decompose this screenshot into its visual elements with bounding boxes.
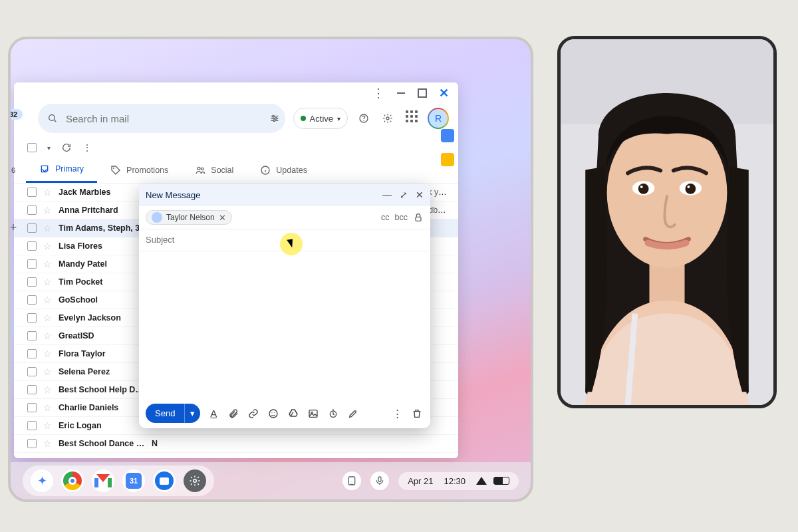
settings-gear-icon[interactable] xyxy=(380,110,396,126)
tab-promotions[interactable]: Promotions xyxy=(97,157,182,183)
star-icon[interactable]: ☆ xyxy=(43,295,52,305)
svg-point-18 xyxy=(269,410,277,418)
email-sender: Mandy Patel xyxy=(59,259,145,269)
window-maximize-icon[interactable] xyxy=(418,88,427,98)
shelf-phone-hub-icon[interactable] xyxy=(342,471,361,490)
presenter-webcam xyxy=(557,36,777,408)
shelf-status-area[interactable]: Apr 21 12:30 xyxy=(398,472,519,490)
star-icon[interactable]: ☆ xyxy=(43,223,52,233)
search-options-icon[interactable] xyxy=(269,113,280,124)
tab-updates[interactable]: Updates xyxy=(247,157,321,183)
search-input[interactable] xyxy=(66,113,261,124)
insert-drive-icon[interactable] xyxy=(287,407,300,420)
send-options-caret-icon[interactable]: ▾ xyxy=(184,404,200,423)
star-icon[interactable]: ☆ xyxy=(43,277,52,287)
confidential-mode-icon[interactable] xyxy=(327,407,340,420)
discard-draft-icon[interactable] xyxy=(410,407,424,420)
row-checkbox[interactable] xyxy=(27,241,37,251)
window-close-icon[interactable]: ✕ xyxy=(439,86,449,100)
avatar-initial: R xyxy=(429,109,448,128)
tab-social[interactable]: Social xyxy=(182,157,247,183)
row-checkbox[interactable] xyxy=(27,367,37,376)
refresh-icon[interactable] xyxy=(61,142,72,153)
inbox-icon xyxy=(39,164,50,174)
email-row[interactable]: ☆Best School Dance TroupeN xyxy=(14,435,458,453)
insert-photo-icon[interactable] xyxy=(307,407,320,420)
rail-plus-icon[interactable]: + xyxy=(10,221,17,235)
star-icon[interactable]: ☆ xyxy=(43,205,52,215)
cc-toggle[interactable]: cc xyxy=(381,213,390,222)
row-checkbox[interactable] xyxy=(27,403,37,412)
star-icon[interactable]: ☆ xyxy=(43,438,52,449)
recipient-chip[interactable]: Taylor Nelson ✕ xyxy=(146,210,232,225)
shelf-files-icon[interactable] xyxy=(153,469,176,492)
email-sender: Flora Taylor xyxy=(59,349,145,358)
row-checkbox[interactable] xyxy=(27,295,37,305)
account-avatar[interactable]: R xyxy=(428,108,449,129)
shelf-dictation-icon[interactable] xyxy=(370,471,389,490)
attach-file-icon[interactable] xyxy=(227,407,240,420)
compose-minimize-icon[interactable]: — xyxy=(382,190,392,200)
chromeos-shelf: ✦ 31 Apr 21 12:30 xyxy=(11,462,531,499)
shelf-gmail-icon[interactable] xyxy=(92,469,114,492)
star-icon[interactable]: ☆ xyxy=(43,384,52,395)
send-button[interactable]: Send ▾ xyxy=(146,404,200,423)
support-icon[interactable] xyxy=(356,110,372,126)
email-sender: GreatISD xyxy=(59,331,145,340)
star-icon[interactable]: ☆ xyxy=(43,313,52,323)
shelf-launcher-icon[interactable]: ✦ xyxy=(31,469,53,492)
gmail-window: ⋮ ✕ Active ▾ xyxy=(14,82,458,458)
recipient-avatar-icon xyxy=(152,212,162,223)
wifi-icon xyxy=(476,477,487,485)
window-minimize-icon[interactable] xyxy=(396,88,406,98)
compose-header[interactable]: New Message — ⤢ ✕ xyxy=(139,184,430,206)
row-checkbox[interactable] xyxy=(27,349,37,358)
google-apps-icon[interactable] xyxy=(404,110,420,126)
insert-emoji-icon[interactable] xyxy=(267,407,280,420)
shelf-apps: ✦ 31 xyxy=(23,466,214,496)
tag-icon xyxy=(110,165,121,176)
star-icon[interactable]: ☆ xyxy=(43,241,52,251)
shelf-calendar-icon[interactable]: 31 xyxy=(122,469,145,492)
compose-close-icon[interactable]: ✕ xyxy=(416,190,424,200)
star-icon[interactable]: ☆ xyxy=(43,331,52,341)
chip-remove-icon[interactable]: ✕ xyxy=(219,213,226,223)
status-chip[interactable]: Active ▾ xyxy=(293,108,348,129)
compose-body[interactable] xyxy=(139,251,430,398)
star-icon[interactable]: ☆ xyxy=(43,348,52,359)
shelf-chrome-icon[interactable] xyxy=(61,469,84,492)
svg-point-10 xyxy=(386,117,389,120)
format-text-icon[interactable]: A xyxy=(207,407,220,420)
insert-link-icon[interactable] xyxy=(247,407,260,420)
star-icon[interactable]: ☆ xyxy=(43,366,52,377)
shelf-settings-icon[interactable] xyxy=(184,469,206,492)
email-sender: Eric Logan xyxy=(59,421,145,430)
sidepanel-calendar-icon[interactable] xyxy=(441,129,454,142)
tab-primary-label: Primary xyxy=(55,164,84,174)
row-checkbox[interactable] xyxy=(27,421,37,430)
row-checkbox[interactable] xyxy=(27,313,37,323)
star-icon[interactable]: ☆ xyxy=(43,187,52,198)
more-icon[interactable]: ⋮ xyxy=(82,142,92,153)
star-icon[interactable]: ☆ xyxy=(43,402,52,413)
sidepanel-keep-icon[interactable] xyxy=(441,153,454,166)
compose-expand-icon[interactable]: ⤢ xyxy=(400,190,408,200)
compose-to-row[interactable]: Taylor Nelson ✕ cc bcc xyxy=(139,206,430,229)
star-icon[interactable]: ☆ xyxy=(43,259,52,269)
row-checkbox[interactable] xyxy=(27,259,37,269)
row-checkbox[interactable] xyxy=(27,331,37,340)
search-bar[interactable] xyxy=(38,104,285,133)
row-checkbox[interactable] xyxy=(27,277,37,287)
row-checkbox[interactable] xyxy=(27,385,37,394)
row-checkbox[interactable] xyxy=(27,439,37,448)
tab-primary[interactable]: Primary xyxy=(26,157,97,183)
confidential-lock-icon[interactable] xyxy=(413,212,424,223)
insert-signature-icon[interactable] xyxy=(346,407,360,420)
compose-more-icon[interactable]: ⋮ xyxy=(390,407,404,420)
select-all-caret-icon[interactable]: ▾ xyxy=(47,144,51,152)
window-menu-icon[interactable]: ⋮ xyxy=(372,86,384,100)
star-icon[interactable]: ☆ xyxy=(43,420,52,431)
search-icon xyxy=(47,113,58,124)
svg-point-6 xyxy=(275,118,277,120)
bcc-toggle[interactable]: bcc xyxy=(395,213,408,222)
